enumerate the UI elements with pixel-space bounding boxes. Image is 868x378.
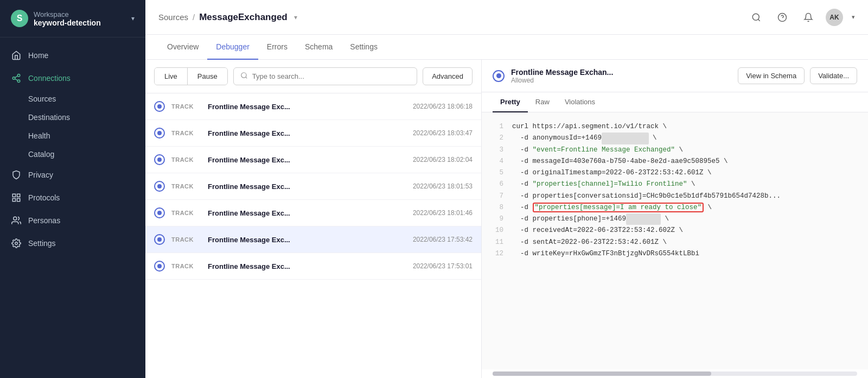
sidebar-item-connections-label: Connections xyxy=(28,74,71,83)
breadcrumb-source[interactable]: Sources xyxy=(158,12,188,22)
sidebar-item-personas[interactable]: Personas xyxy=(0,209,145,232)
line-content: -d "properties[channel]=Twilio Frontline… xyxy=(512,179,857,190)
event-status-icon xyxy=(154,154,165,165)
code-line-3: 3 -d "event=Frontline Message Exchanged"… xyxy=(493,144,857,156)
sidebar-item-protocols-label: Protocols xyxy=(28,193,60,202)
event-row[interactable]: TRACK Frontline Message Exc... 2022/06/2… xyxy=(145,173,481,200)
event-status-icon xyxy=(154,101,165,112)
event-row[interactable]: TRACK Frontline Message Exc... 2022/06/2… xyxy=(145,120,481,147)
line-number: 9 xyxy=(493,213,503,225)
line-number: 10 xyxy=(493,225,503,236)
settings-icon xyxy=(11,238,22,249)
svg-point-1 xyxy=(12,77,15,80)
code-line-11: 11 -d sentAt=2022-06-23T22:53:42.601Z \ xyxy=(493,237,857,248)
help-icon[interactable] xyxy=(774,9,791,26)
line-number: 7 xyxy=(493,191,503,202)
tab-schema[interactable]: Schema xyxy=(296,35,341,60)
pause-button[interactable]: Pause xyxy=(188,68,227,85)
sidebar-item-health-label: Health xyxy=(28,131,50,140)
view-in-schema-button[interactable]: View in Schema xyxy=(738,67,805,84)
view-tab-raw[interactable]: Raw xyxy=(528,92,557,112)
tab-overview[interactable]: Overview xyxy=(158,35,207,60)
advanced-button[interactable]: Advanced xyxy=(423,67,473,85)
sidebar-item-catalog[interactable]: Catalog xyxy=(0,145,145,163)
event-row-selected[interactable]: TRACK Frontline Message Exc... 2022/06/2… xyxy=(145,226,481,253)
sidebar-item-health[interactable]: Health xyxy=(0,127,145,145)
sidebar-nav: Home Connections Sources Destinations He… xyxy=(0,37,145,378)
event-row[interactable]: TRACK Frontline Message Exc... 2022/06/2… xyxy=(145,200,481,226)
line-number: 12 xyxy=(493,248,503,260)
line-content: -d anonymousId=+1469 \ xyxy=(512,133,857,144)
event-time: 2022/06/23 18:01:46 xyxy=(413,209,473,217)
svg-line-3 xyxy=(15,79,17,80)
code-line-6: 6 -d "properties[channel]=Twilio Frontli… xyxy=(493,179,857,190)
avatar-dropdown-icon[interactable]: ▾ xyxy=(852,14,855,21)
sidebar-item-settings[interactable]: Settings xyxy=(0,232,145,255)
event-time: 2022/06/23 18:01:53 xyxy=(413,182,473,190)
svg-rect-8 xyxy=(12,199,15,201)
sidebar-item-protocols[interactable]: Protocols xyxy=(0,186,145,209)
event-status-icon xyxy=(154,261,165,272)
event-type: TRACK xyxy=(171,130,201,136)
event-type: TRACK xyxy=(171,103,201,110)
sidebar-item-sources-label: Sources xyxy=(28,94,56,103)
detail-title-group: Frontline Message Exchan... Allowed xyxy=(511,68,613,84)
event-name: Frontline Message Exc... xyxy=(208,262,406,270)
code-line-10: 10 -d receivedAt=2022-06-23T22:53:42.602… xyxy=(493,225,857,236)
sidebar-item-privacy[interactable]: Privacy xyxy=(0,163,145,186)
svg-rect-7 xyxy=(17,199,20,201)
code-line-8: 8 -d "properties[message]=I am ready to … xyxy=(493,202,857,213)
sidebar-item-destinations[interactable]: Destinations xyxy=(0,108,145,127)
breadcrumb-dropdown-icon[interactable]: ▾ xyxy=(294,14,297,21)
event-time: 2022/06/23 17:53:01 xyxy=(413,262,473,270)
horizontal-scrollbar[interactable] xyxy=(493,371,857,376)
svg-point-10 xyxy=(15,242,18,245)
notification-icon[interactable] xyxy=(800,9,817,26)
event-time: 2022/06/23 17:53:42 xyxy=(413,236,473,243)
line-content: -d properties[conversationsid]=CHc9b0c1e… xyxy=(512,191,857,202)
scrollbar-thumb xyxy=(493,371,711,376)
sidebar-item-personas-label: Personas xyxy=(28,216,60,225)
validate-button[interactable]: Validate... xyxy=(810,67,857,84)
event-status-icon xyxy=(154,207,165,218)
sidebar-item-connections[interactable]: Connections xyxy=(0,67,145,90)
breadcrumb-separator: / xyxy=(193,12,195,22)
search-input[interactable] xyxy=(252,72,410,80)
event-row[interactable]: TRACK Frontline Message Exc... 2022/06/2… xyxy=(145,147,481,173)
sidebar-item-home[interactable]: Home xyxy=(0,44,145,67)
svg-point-15 xyxy=(241,73,246,78)
view-tab-violations[interactable]: Violations xyxy=(557,92,603,112)
svg-line-12 xyxy=(758,19,760,21)
detail-header: Frontline Message Exchan... Allowed View… xyxy=(482,60,868,92)
svg-point-0 xyxy=(17,74,20,77)
code-block: 1 curl https://api.segment.io/v1/track \… xyxy=(482,112,868,369)
tab-settings[interactable]: Settings xyxy=(341,35,386,60)
svg-point-9 xyxy=(14,217,17,220)
tab-debugger[interactable]: Debugger xyxy=(207,35,258,60)
tab-errors[interactable]: Errors xyxy=(258,35,296,60)
live-button[interactable]: Live xyxy=(155,68,187,85)
home-icon xyxy=(11,50,22,61)
breadcrumb-title: MessageExchanged xyxy=(199,12,288,23)
connections-icon xyxy=(11,73,22,84)
search-box[interactable] xyxy=(233,67,417,85)
workspace-header[interactable]: S Workspace keyword-detection ▾ xyxy=(0,0,145,37)
event-row[interactable]: TRACK Frontline Message Exc... 2022/06/2… xyxy=(145,253,481,280)
search-input-icon xyxy=(240,72,248,81)
line-content: -d messageId=403e760a-b750-4abe-8e2d-aae… xyxy=(512,156,857,167)
header-actions: AK ▾ xyxy=(748,9,855,26)
line-content: -d "properties[message]=I am ready to cl… xyxy=(512,202,857,213)
sidebar-item-sources[interactable]: Sources xyxy=(0,90,145,108)
logo-icon: S xyxy=(11,10,28,27)
sidebar-item-privacy-label: Privacy xyxy=(28,171,53,179)
view-tab-pretty[interactable]: Pretty xyxy=(493,92,528,112)
avatar[interactable]: AK xyxy=(826,9,843,26)
code-line-1: 1 curl https://api.segment.io/v1/track \ xyxy=(493,121,857,133)
search-icon[interactable] xyxy=(748,9,765,26)
line-number: 1 xyxy=(493,121,503,133)
event-name: Frontline Message Exc... xyxy=(208,156,406,164)
workspace-dropdown-icon[interactable]: ▾ xyxy=(131,15,135,22)
debugger-toolbar: Live Pause Advanced xyxy=(145,60,481,93)
event-type: TRACK xyxy=(171,183,201,190)
event-row[interactable]: TRACK Frontline Message Exc... 2022/06/2… xyxy=(145,93,481,120)
